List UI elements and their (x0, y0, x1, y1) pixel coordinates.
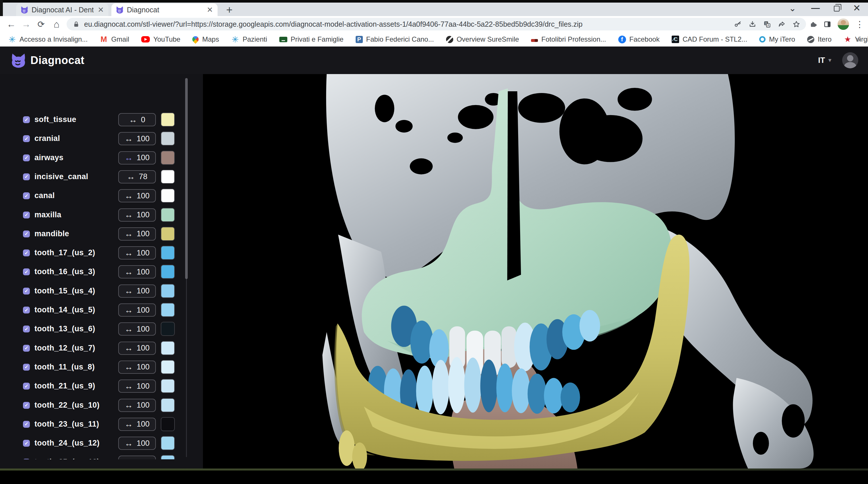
bookmark-item[interactable]: CAD Forum - STL2... (672, 35, 747, 43)
browser-profile-avatar[interactable] (838, 19, 849, 30)
layer-visibility-checkbox[interactable]: ✓ (23, 154, 30, 161)
layer-opacity-value: 100 (136, 153, 150, 162)
bookmark-item[interactable]: Gmail (100, 35, 129, 43)
stl-3d-viewport[interactable] (203, 74, 868, 468)
bookmark-item[interactable]: Privati e Famiglie (279, 35, 344, 43)
layer-opacity-input[interactable]: ↔ 100 (118, 189, 156, 202)
layer-color-swatch[interactable] (161, 189, 175, 203)
layer-visibility-checkbox[interactable]: ✓ (23, 288, 30, 295)
share-icon[interactable] (778, 20, 786, 28)
layer-opacity-input[interactable]: ↔ 100 (118, 246, 156, 260)
layer-visibility-checkbox[interactable]: ✓ (23, 192, 30, 199)
bookmark-item[interactable]: Facebook (618, 35, 660, 43)
layer-visibility-checkbox[interactable]: ✓ (23, 402, 30, 409)
extensions-puzzle-icon[interactable] (809, 20, 817, 28)
layer-color-swatch[interactable] (161, 436, 175, 450)
layer-visibility-checkbox[interactable]: ✓ (23, 116, 30, 123)
translate-icon[interactable]: 文A (763, 20, 771, 28)
layer-opacity-input[interactable]: ↔ 100 (118, 436, 156, 450)
layer-opacity-input[interactable]: ↔ 78 (118, 170, 156, 183)
layer-color-swatch[interactable] (161, 151, 175, 165)
bookmark-item[interactable]: Accesso a Invisalign... (8, 35, 88, 43)
layer-color-swatch[interactable] (161, 398, 175, 412)
layer-color-swatch[interactable] (161, 131, 175, 146)
layer-color-swatch[interactable] (161, 170, 175, 184)
layer-visibility-checkbox[interactable]: ✓ (23, 459, 30, 459)
tab-diagnocat-ai[interactable]: Diagnocat AI - Dentist's personal ✕ (16, 3, 108, 16)
layer-color-swatch[interactable] (161, 246, 175, 260)
bookmarks-overflow-chevron-icon[interactable]: » (856, 32, 861, 47)
bookmark-item[interactable]: Itero (807, 35, 832, 43)
layer-opacity-input[interactable]: ↔ 100 (118, 228, 156, 241)
layer-visibility-checkbox[interactable]: ✓ (23, 345, 30, 352)
bookmark-item[interactable]: Maps (192, 35, 219, 43)
bookmark-item[interactable]: Fotolibri Profession... (531, 35, 606, 43)
layer-color-swatch[interactable] (161, 322, 175, 336)
layer-opacity-input[interactable]: ↔ 100 (118, 342, 156, 355)
side-panel-icon[interactable] (824, 20, 831, 28)
tab-close-icon[interactable]: ✕ (97, 6, 104, 13)
layer-opacity-input[interactable]: ↔ 100 (118, 151, 156, 164)
bookmark-item[interactable]: My iTero (759, 35, 795, 43)
bookmark-item[interactable]: Pazienti (231, 35, 267, 43)
layer-color-swatch[interactable] (161, 341, 175, 355)
home-button[interactable]: ⌂ (50, 16, 64, 32)
layer-visibility-checkbox[interactable]: ✓ (23, 383, 30, 390)
forward-button[interactable]: → (19, 16, 33, 32)
layer-color-swatch[interactable] (161, 379, 175, 393)
layer-color-swatch[interactable] (161, 417, 175, 431)
layer-opacity-input[interactable]: ↔ 100 (118, 399, 156, 412)
back-button[interactable]: ← (4, 16, 19, 32)
window-close-button[interactable]: ✕ (848, 0, 865, 16)
download-icon[interactable] (749, 20, 756, 28)
layer-opacity-input[interactable]: ↔ 100 (118, 132, 156, 145)
layer-color-swatch[interactable] (161, 303, 175, 317)
sidebar-scrollbar-thumb[interactable] (185, 78, 188, 279)
layer-visibility-checkbox[interactable]: ✓ (23, 307, 30, 313)
layer-visibility-checkbox[interactable]: ✓ (23, 364, 30, 371)
layer-opacity-input[interactable]: ↔ 100 (118, 265, 156, 278)
bookmark-item[interactable]: Overview SureSmile (446, 35, 519, 43)
layer-opacity-input[interactable]: ↔ 100 (118, 456, 156, 459)
layer-color-swatch[interactable] (161, 455, 175, 459)
bookmark-item[interactable]: Fabio Federici Cano... (355, 35, 434, 43)
layer-opacity-input[interactable]: ↔ 100 (118, 208, 156, 222)
address-bar[interactable]: eu.diagnocat.com/stl-viewer/?url=https:/… (67, 18, 806, 30)
key-icon[interactable] (734, 20, 742, 28)
user-avatar[interactable] (842, 52, 858, 68)
layer-opacity-input[interactable]: ↔ 100 (118, 361, 156, 374)
bookmark-item[interactable]: YouTube (141, 35, 180, 43)
layer-visibility-checkbox[interactable]: ✓ (23, 135, 30, 142)
tab-search-chevron-icon[interactable]: ⌄ (784, 0, 801, 16)
layer-visibility-checkbox[interactable]: ✓ (23, 440, 30, 447)
layer-visibility-checkbox[interactable]: ✓ (23, 231, 30, 237)
layer-color-swatch[interactable] (161, 265, 175, 279)
layer-color-swatch[interactable] (161, 284, 175, 298)
diagnocat-logo[interactable]: Diagnocat (10, 52, 84, 68)
layer-visibility-checkbox[interactable]: ✓ (23, 421, 30, 428)
new-tab-button[interactable]: + (226, 4, 232, 16)
layer-visibility-checkbox[interactable]: ✓ (23, 268, 30, 275)
layer-opacity-input[interactable]: ↔ 100 (118, 284, 156, 298)
layer-opacity-input[interactable]: ↔ 100 (118, 322, 156, 336)
layer-opacity-input[interactable]: ↔ 100 (118, 303, 156, 316)
tab-diagnocat-active[interactable]: Diagnocat ✕ (112, 3, 218, 16)
layer-visibility-checkbox[interactable]: ✓ (23, 249, 30, 256)
window-minimize-button[interactable]: — (807, 0, 824, 16)
layer-color-swatch[interactable] (161, 227, 175, 241)
star-icon[interactable] (793, 20, 800, 28)
layer-color-swatch[interactable] (161, 113, 175, 127)
window-restore-button[interactable] (828, 0, 844, 16)
kebab-menu-icon[interactable]: ⋮ (856, 19, 864, 29)
layer-opacity-input[interactable]: ↔ 0 (118, 113, 156, 126)
language-selector[interactable]: IT ▼ (818, 56, 832, 65)
layer-visibility-checkbox[interactable]: ✓ (23, 173, 30, 180)
layer-color-swatch[interactable] (161, 208, 175, 222)
layer-visibility-checkbox[interactable]: ✓ (23, 212, 30, 218)
reload-button[interactable]: ⟳ (34, 16, 48, 32)
layer-color-swatch[interactable] (161, 360, 175, 374)
tab-close-icon[interactable]: ✕ (206, 6, 214, 13)
layer-opacity-input[interactable]: ↔ 100 (118, 418, 156, 431)
layer-visibility-checkbox[interactable]: ✓ (23, 326, 30, 332)
layer-opacity-input[interactable]: ↔ 100 (118, 380, 156, 393)
